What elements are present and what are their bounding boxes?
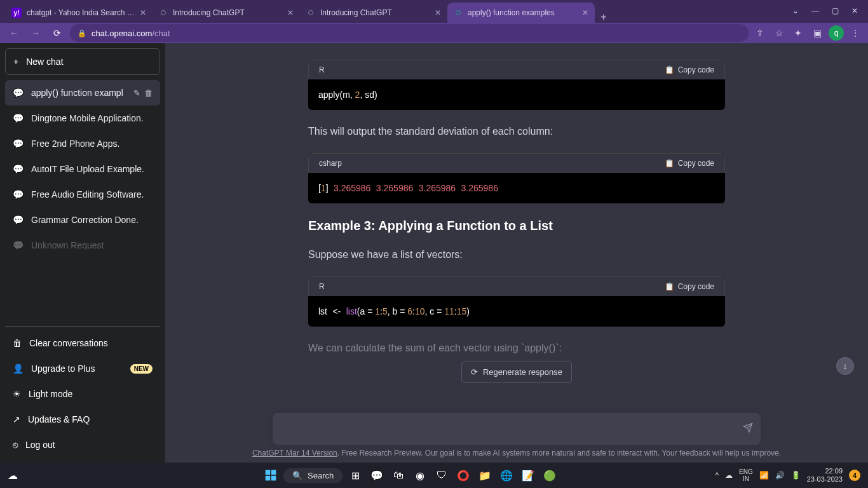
tray-chevron-icon[interactable]: ^ bbox=[715, 471, 719, 480]
close-icon[interactable]: ✕ bbox=[582, 10, 588, 16]
close-window-button[interactable]: ✕ bbox=[851, 6, 858, 15]
share-icon[interactable]: ⇪ bbox=[752, 25, 768, 41]
copy-code-button[interactable]: 📋 Copy code bbox=[665, 282, 714, 291]
updates-faq-button[interactable]: ↗ Updates & FAQ bbox=[5, 407, 160, 432]
word-icon[interactable]: 📝 bbox=[519, 466, 537, 484]
clipboard-icon: 📋 bbox=[665, 65, 674, 74]
new-tab-button[interactable]: + bbox=[595, 11, 613, 23]
code-body[interactable]: [1] 3.265986 3.265986 3.265986 3.265986 bbox=[308, 173, 725, 203]
new-badge: NEW bbox=[130, 364, 153, 374]
dell-icon[interactable]: ◉ bbox=[411, 466, 429, 484]
code-lang-label: R bbox=[319, 282, 325, 291]
section-heading: Example 3: Applying a Function to a List bbox=[308, 219, 725, 233]
start-button[interactable] bbox=[262, 466, 280, 484]
footer-disclaimer: ChatGPT Mar 14 Version. Free Research Pr… bbox=[165, 449, 868, 458]
conversation-item[interactable]: 💬 apply() function exampl ✎ 🗑 bbox=[5, 80, 160, 105]
close-icon[interactable]: ✕ bbox=[140, 10, 146, 16]
version-link[interactable]: ChatGPT Mar 14 Version bbox=[252, 449, 337, 458]
clock[interactable]: 22:09 23-03-2023 bbox=[807, 467, 843, 484]
conversation-title: AutoIT File Upload Example. bbox=[31, 164, 153, 174]
wifi-icon[interactable]: 📶 bbox=[759, 471, 769, 480]
prose-text: This will output the standard deviation … bbox=[308, 123, 725, 140]
battery-icon[interactable]: 🔋 bbox=[791, 471, 801, 480]
code-block: R 📋 Copy code lst <- list(a = 1:5, b = 6… bbox=[308, 276, 725, 327]
code-body[interactable]: lst <- list(a = 1:5, b = 6:10, c = 11:15… bbox=[308, 296, 725, 327]
close-icon[interactable]: ✕ bbox=[435, 10, 441, 16]
store-icon[interactable]: 🛍 bbox=[390, 466, 407, 484]
send-button[interactable] bbox=[743, 423, 753, 435]
scroll-down-button[interactable]: ↓ bbox=[836, 357, 854, 375]
clipboard-icon: 📋 bbox=[665, 159, 674, 168]
taskbar-search[interactable]: 🔍 Search bbox=[283, 468, 342, 483]
regenerate-button[interactable]: ⟳ Regenerate response bbox=[461, 362, 572, 383]
opera-icon[interactable]: ⭕ bbox=[454, 466, 472, 484]
search-icon: 🔍 bbox=[292, 471, 302, 480]
url-field[interactable]: 🔒 chat.openai.com/chat bbox=[70, 24, 749, 42]
conversation-title: Dingtone Mobile Application. bbox=[31, 113, 153, 123]
copy-code-button[interactable]: 📋 Copy code bbox=[665, 159, 714, 168]
tab-yahoo-search[interactable]: y! chatgpt - Yahoo India Search Results … bbox=[5, 3, 153, 23]
chrome-icon[interactable]: 🟢 bbox=[541, 466, 559, 484]
sidepanel-icon[interactable]: ▣ bbox=[810, 25, 825, 41]
tab-apply-function[interactable]: apply() function examples ✕ bbox=[447, 3, 595, 23]
conversation-item[interactable]: 💬 Free Audio Editing Software. bbox=[5, 182, 160, 207]
conversation-item[interactable]: 💬 Unknown Request bbox=[5, 233, 160, 258]
tab-introducing-chatgpt-1[interactable]: Introducing ChatGPT ✕ bbox=[153, 3, 300, 23]
conversation-item[interactable]: 💬 Dingtone Mobile Application. bbox=[5, 105, 160, 131]
prose-text: Suppose we have a list of vectors: bbox=[308, 246, 725, 264]
person-icon: 👤 bbox=[13, 363, 24, 374]
extensions-icon[interactable]: ✦ bbox=[790, 25, 806, 41]
message-input-box[interactable] bbox=[273, 413, 761, 445]
chevron-down-icon[interactable]: ⌄ bbox=[792, 6, 799, 15]
upgrade-button[interactable]: 👤 Upgrade to Plus NEW bbox=[5, 356, 160, 381]
message-input[interactable] bbox=[283, 422, 730, 433]
bookmark-icon[interactable]: ☆ bbox=[771, 25, 787, 41]
explorer-icon[interactable]: 📁 bbox=[476, 466, 494, 484]
minimize-button[interactable]: — bbox=[811, 6, 819, 15]
conversation-item[interactable]: 💬 AutoIT File Upload Example. bbox=[5, 156, 160, 182]
new-chat-button[interactable]: + New chat bbox=[5, 48, 160, 75]
maximize-button[interactable]: ▢ bbox=[832, 6, 839, 15]
task-view-icon[interactable]: ⊞ bbox=[346, 466, 364, 484]
forward-button[interactable]: → bbox=[27, 24, 44, 42]
chat-icon: 💬 bbox=[13, 240, 24, 250]
notifications-icon[interactable]: 4 bbox=[849, 470, 860, 481]
tab-title: chatgpt - Yahoo India Search Results bbox=[27, 8, 135, 17]
profile-avatar[interactable]: q bbox=[829, 25, 844, 41]
teams-icon[interactable]: 💬 bbox=[368, 466, 386, 484]
logout-button[interactable]: ⎋ Log out bbox=[5, 432, 160, 458]
chat-scroll-area[interactable]: R 📋 Copy code apply(m, 2, sd) This will … bbox=[165, 43, 868, 463]
kebab-menu-icon[interactable]: ⋮ bbox=[848, 25, 863, 41]
input-area bbox=[273, 413, 761, 445]
conversation-title: Unknown Request bbox=[31, 240, 153, 250]
disclaimer-text: . Free Research Preview. Our goal is to … bbox=[337, 449, 781, 458]
chat-icon: 💬 bbox=[13, 164, 24, 174]
clipboard-icon: 📋 bbox=[665, 282, 674, 291]
code-lang-label: R bbox=[319, 65, 325, 74]
code-header: R 📋 Copy code bbox=[308, 60, 725, 79]
sidebar-label: Clear conversations bbox=[29, 338, 108, 348]
chat-icon: 💬 bbox=[13, 215, 24, 225]
back-button[interactable]: ← bbox=[5, 24, 23, 42]
code-body[interactable]: apply(m, 2, sd) bbox=[308, 79, 725, 110]
language-indicator[interactable]: ENG IN bbox=[739, 468, 753, 482]
edit-icon[interactable]: ✎ bbox=[133, 88, 140, 98]
reload-button[interactable]: ⟳ bbox=[48, 24, 66, 42]
refresh-icon: ⟳ bbox=[471, 367, 478, 377]
mcafee-icon[interactable]: 🛡 bbox=[433, 466, 451, 484]
onedrive-icon[interactable]: ☁ bbox=[725, 471, 733, 480]
conversation-item[interactable]: 💬 Grammar Correction Done. bbox=[5, 207, 160, 233]
close-icon[interactable]: ✕ bbox=[287, 10, 294, 16]
conversation-list: 💬 apply() function exampl ✎ 🗑 💬 Dingtone… bbox=[5, 80, 160, 326]
clear-conversations-button[interactable]: 🗑 Clear conversations bbox=[5, 330, 160, 356]
copy-code-button[interactable]: 📋 Copy code bbox=[665, 65, 714, 74]
conversation-title: apply() function exampl bbox=[31, 88, 126, 98]
edge-icon[interactable]: 🌐 bbox=[498, 466, 515, 484]
light-mode-button[interactable]: ☀ Light mode bbox=[5, 381, 160, 407]
tab-introducing-chatgpt-2[interactable]: Introducing ChatGPT ✕ bbox=[300, 3, 447, 23]
weather-widget[interactable]: ☁ bbox=[8, 470, 33, 482]
browser-chrome: ⌄ — ▢ ✕ y! chatgpt - Yahoo India Search … bbox=[0, 0, 868, 43]
trash-icon[interactable]: 🗑 bbox=[144, 88, 153, 98]
conversation-item[interactable]: 💬 Free 2nd Phone Apps. bbox=[5, 131, 160, 156]
volume-icon[interactable]: 🔊 bbox=[775, 471, 785, 480]
